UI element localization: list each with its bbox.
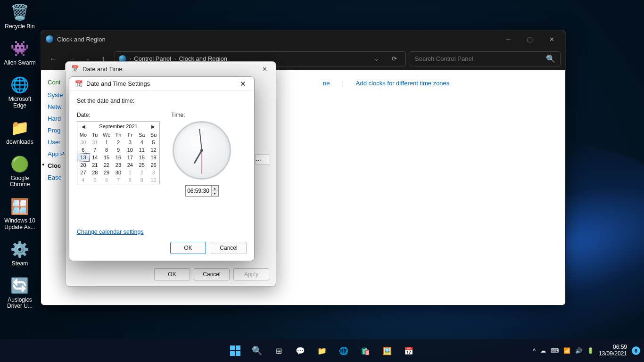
- desktop-icon-auslogics[interactable]: 🔄Auslogics Driver U...: [2, 275, 38, 309]
- link-add-clocks[interactable]: Add clocks for different time zones: [356, 80, 449, 87]
- calendar-day[interactable]: 4: [136, 139, 148, 146]
- refresh-button[interactable]: ⟳: [387, 51, 402, 66]
- calendar-day[interactable]: 23: [113, 161, 124, 169]
- search-input[interactable]: [415, 55, 546, 62]
- calendar-day[interactable]: 2: [113, 139, 124, 146]
- calendar-day[interactable]: 8: [101, 146, 113, 154]
- partial-field[interactable]: ...: [255, 154, 269, 165]
- calendar-day[interactable]: 9: [113, 146, 124, 154]
- calendar-day[interactable]: 31: [89, 139, 101, 146]
- minimize-button[interactable]: ─: [497, 32, 519, 46]
- desktop-icon-downloads[interactable]: 📁downloads: [2, 117, 38, 145]
- app1-button[interactable]: 🖼️: [378, 341, 396, 360]
- chat-button[interactable]: 💬: [291, 341, 310, 360]
- volume-icon[interactable]: 🔊: [575, 347, 582, 354]
- calendar-day[interactable]: 6: [77, 146, 89, 154]
- close-button[interactable]: ✕: [234, 78, 251, 90]
- calendar-day[interactable]: 7: [89, 146, 101, 154]
- taskbar-clock[interactable]: 06:59 13/09/2021: [599, 344, 627, 357]
- time-input[interactable]: [186, 186, 211, 196]
- calendar-day[interactable]: 16: [113, 154, 124, 161]
- calendar-day[interactable]: 30: [77, 139, 89, 146]
- calendar-day[interactable]: 22: [101, 161, 113, 169]
- calendar-day[interactable]: 6: [101, 176, 113, 184]
- calendar-day[interactable]: 28: [89, 169, 101, 176]
- search-box[interactable]: 🔍: [410, 51, 561, 66]
- desktop-icon-alien-swarm[interactable]: 👾Alien Swarm: [2, 38, 38, 66]
- calendar-day[interactable]: 30: [113, 169, 124, 176]
- address-dropdown[interactable]: ⌄: [369, 51, 384, 66]
- calendar-day[interactable]: 10: [124, 146, 136, 154]
- calendar-month[interactable]: September 2021: [99, 123, 137, 129]
- calendar-day[interactable]: 24: [124, 161, 136, 169]
- calendar-day[interactable]: 29: [101, 169, 113, 176]
- calendar-day[interactable]: 13: [77, 154, 89, 161]
- notification-badge[interactable]: 6: [632, 346, 640, 355]
- calendar-day[interactable]: 11: [136, 146, 148, 154]
- time-spin-up[interactable]: ▲: [212, 186, 218, 191]
- desktop-icon-recycle-bin[interactable]: 🗑️Recycle Bin: [2, 2, 38, 30]
- task-view-button[interactable]: ⊞: [269, 341, 288, 360]
- desktop-icon-microsoft-edge[interactable]: 🌐Microsoft Edge: [2, 74, 38, 108]
- dts-titlebar[interactable]: 📆 Date and Time Settings ✕: [69, 77, 254, 91]
- desktop-icon-google-chrome[interactable]: 🟢Google Chrome: [2, 154, 38, 188]
- calendar-day[interactable]: 14: [89, 154, 101, 161]
- desktop-icon-steam[interactable]: ⚙️Steam: [2, 239, 38, 267]
- calendar-day[interactable]: 8: [124, 176, 136, 184]
- battery-icon[interactable]: 🔋: [587, 347, 594, 354]
- next-month-button[interactable]: ▶: [150, 124, 157, 129]
- close-button[interactable]: ✕: [541, 32, 562, 46]
- calendar-day[interactable]: 17: [124, 154, 136, 161]
- calendar-day[interactable]: 3: [148, 169, 159, 176]
- calendar-day[interactable]: 21: [89, 161, 101, 169]
- dt-titlebar[interactable]: 📅 Date and Time ✕: [66, 62, 276, 76]
- close-button[interactable]: ✕: [256, 63, 273, 74]
- calendar-day[interactable]: 18: [136, 154, 148, 161]
- wifi-icon[interactable]: 📶: [563, 347, 570, 354]
- edge-button[interactable]: 🌐: [334, 341, 353, 360]
- tray-overflow-icon[interactable]: ^: [533, 347, 536, 354]
- onedrive-icon[interactable]: ☁: [540, 347, 546, 354]
- app2-button[interactable]: 📅: [399, 341, 418, 360]
- search-button[interactable]: 🔍: [248, 341, 266, 360]
- calendar-day[interactable]: 1: [124, 169, 136, 176]
- desktop-icon-win10-update[interactable]: 🪟Windows 10 Update As...: [2, 196, 38, 230]
- calendar-day[interactable]: 26: [148, 161, 159, 169]
- dts-cancel-button[interactable]: Cancel: [211, 242, 247, 254]
- search-icon: 🔍: [252, 346, 262, 356]
- calendar-day[interactable]: 19: [148, 154, 159, 161]
- calendar-day[interactable]: 7: [113, 176, 124, 184]
- keyboard-icon[interactable]: ⌨: [551, 347, 559, 354]
- calendar-dow-header: Sa: [136, 131, 148, 139]
- calendar-day[interactable]: 5: [148, 139, 159, 146]
- cp-titlebar[interactable]: Clock and Region ─ ▢ ✕: [41, 31, 565, 48]
- calendar-day[interactable]: 4: [77, 176, 89, 184]
- calendar-day[interactable]: 20: [77, 161, 89, 169]
- calendar-day[interactable]: 10: [148, 176, 159, 184]
- calendar-day[interactable]: 15: [101, 154, 113, 161]
- windows-icon: [230, 346, 240, 356]
- calendar-day[interactable]: 3: [124, 139, 136, 146]
- back-button[interactable]: ←: [46, 51, 61, 66]
- store-button[interactable]: 🛍️: [356, 341, 375, 360]
- change-calendar-settings-link[interactable]: Change calendar settings: [77, 229, 144, 235]
- calendar-day[interactable]: 27: [77, 169, 89, 176]
- dt-cancel-button[interactable]: Cancel: [194, 268, 230, 280]
- file-explorer-button[interactable]: 📁: [313, 341, 331, 360]
- calendar-day[interactable]: 12: [148, 146, 159, 154]
- calendar-day[interactable]: 2: [136, 169, 148, 176]
- calendar-day[interactable]: 25: [136, 161, 148, 169]
- calendar[interactable]: ◀ September 2021 ▶ MoTuWeThFrSaSu3031123…: [77, 121, 160, 184]
- calendar-day[interactable]: 1: [101, 139, 113, 146]
- maximize-button[interactable]: ▢: [519, 32, 541, 46]
- search-icon[interactable]: 🔍: [546, 54, 555, 63]
- dts-ok-button[interactable]: OK: [170, 242, 206, 254]
- folder-icon: 📁: [317, 346, 327, 355]
- calendar-day[interactable]: 5: [89, 176, 101, 184]
- link-change-timezone-partial[interactable]: ne: [323, 80, 330, 87]
- dt-ok-button[interactable]: OK: [154, 268, 190, 280]
- time-spin-down[interactable]: ▼: [212, 191, 218, 196]
- prev-month-button[interactable]: ◀: [80, 124, 87, 129]
- calendar-day[interactable]: 9: [136, 176, 148, 184]
- start-button[interactable]: [226, 341, 245, 360]
